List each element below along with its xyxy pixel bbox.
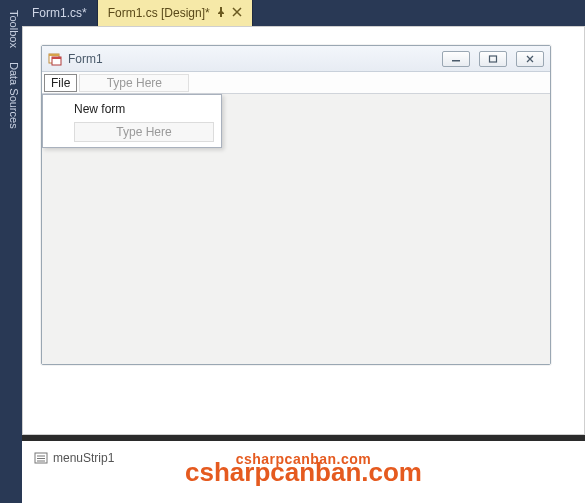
- close-icon[interactable]: [232, 7, 242, 19]
- tray-item-label: menuStrip1: [53, 451, 114, 465]
- form-icon: [48, 52, 62, 66]
- side-rail: Toolbox Data Sources: [0, 0, 22, 503]
- minimize-button[interactable]: [442, 51, 470, 67]
- menu-strip[interactable]: File Type Here: [42, 72, 550, 94]
- component-tray[interactable]: menuStrip1 csharpcanban.com csharpcanban…: [22, 441, 585, 503]
- svg-rect-3: [52, 57, 61, 59]
- pin-icon[interactable]: [216, 7, 226, 19]
- maximize-button[interactable]: [479, 51, 507, 67]
- ide-root: Toolbox Data Sources Form1.cs* Form1.cs …: [0, 0, 585, 503]
- designer-surface[interactable]: Form1 File Type Here: [22, 26, 585, 435]
- menu-item-new-form[interactable]: New form: [46, 98, 218, 120]
- form-window[interactable]: Form1 File Type Here: [41, 45, 551, 365]
- tab-code[interactable]: Form1.cs*: [22, 0, 98, 26]
- rail-tab-toolbox[interactable]: Toolbox: [0, 6, 22, 52]
- dropdown-type-here[interactable]: Type Here: [74, 122, 214, 142]
- svg-rect-1: [49, 54, 59, 56]
- file-dropdown: New form Type Here: [42, 94, 222, 148]
- tray-item-menustrip[interactable]: menuStrip1: [34, 451, 114, 465]
- form-client-area[interactable]: New form Type Here: [42, 94, 550, 364]
- main-column: Form1.cs* Form1.cs [Design]*: [22, 0, 585, 503]
- rail-tab-data-sources[interactable]: Data Sources: [0, 58, 22, 133]
- form-title: Form1: [68, 52, 433, 66]
- close-button[interactable]: [516, 51, 544, 67]
- tab-strip: Form1.cs* Form1.cs [Design]*: [22, 0, 585, 26]
- svg-rect-4: [452, 60, 460, 62]
- form-titlebar: Form1: [42, 46, 550, 72]
- menu-type-here[interactable]: Type Here: [79, 74, 189, 92]
- svg-rect-5: [490, 56, 497, 62]
- menu-item-file[interactable]: File: [44, 74, 77, 92]
- tab-design[interactable]: Form1.cs [Design]*: [98, 0, 253, 26]
- menustrip-icon: [34, 451, 48, 465]
- tab-label: Form1.cs [Design]*: [108, 6, 210, 20]
- tab-label: Form1.cs*: [32, 6, 87, 20]
